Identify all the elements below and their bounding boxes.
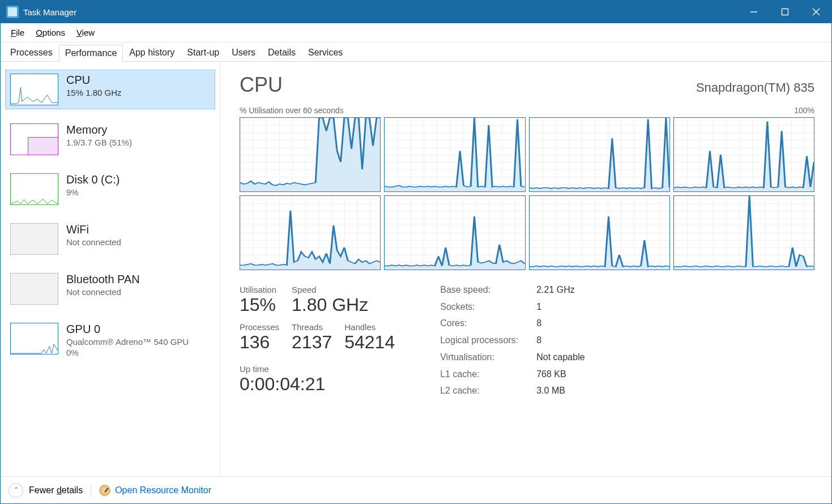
speed-label: Speed (292, 285, 395, 294)
sidebar-item-memory[interactable]: Memory 1.9/3.7 GB (51%) (5, 119, 215, 159)
window-title: Task Manager (23, 7, 76, 17)
sidebar-item-label: GPU 0 (66, 323, 189, 336)
sidebar-item-sub: Not connected (66, 237, 121, 247)
app-icon (6, 6, 19, 18)
menu-options[interactable]: Options (30, 25, 71, 40)
menu-file[interactable]: File (5, 25, 30, 40)
main-panel: CPU Snapdragon(TM) 835 % Utilisation ove… (220, 62, 831, 476)
core-chart-4[interactable] (240, 195, 381, 270)
gpu-thumbnail (10, 323, 58, 354)
sidebar-item-wifi[interactable]: WiFi Not connected (5, 219, 215, 259)
resource-monitor-icon (99, 485, 110, 496)
sidebar-item-label: Bluetooth PAN (66, 273, 140, 286)
footer: ˄ Fewer details Open Resource Monitor (1, 476, 831, 503)
spec-value: 8 (536, 335, 584, 349)
sidebar-item-sub: 9% (66, 187, 120, 197)
minimize-button[interactable] (738, 1, 769, 23)
menu-view[interactable]: View (71, 25, 100, 40)
threads-label: Threads (292, 322, 332, 332)
resource-monitor-label: Open Resource Monitor (115, 485, 211, 496)
separator (91, 484, 91, 497)
memory-thumbnail (10, 123, 58, 155)
handles-label: Handles (344, 322, 395, 332)
speed-value: 1.80 GHz (292, 294, 395, 315)
disk-thumbnail (10, 173, 58, 205)
sidebar-item-sub: 1.9/3.7 GB (51%) (66, 138, 132, 147)
uptime-value: 0:00:04:21 (240, 374, 395, 395)
bluetooth-thumbnail (10, 273, 58, 305)
processes-value: 136 (240, 332, 279, 353)
core-chart-5[interactable] (384, 195, 525, 270)
tab-app-history[interactable]: App history (123, 44, 181, 61)
sidebar-item-sub: Qualcomm® Adreno™ 540 GPU (66, 337, 189, 347)
spec-label: Base speed: (440, 285, 536, 298)
sidebar-item-label: Disk 0 (C:) (66, 173, 120, 186)
sidebar-item-sub: 15% 1.80 GHz (66, 88, 122, 97)
cpu-model: Snapdragon(TM) 835 (696, 80, 814, 95)
spec-value: Not capable (536, 352, 584, 366)
handles-value: 54214 (344, 332, 395, 353)
svg-rect-1 (782, 9, 788, 15)
chart-caption-left: % Utilisation over 60 seconds (240, 106, 344, 115)
wifi-thumbnail (10, 223, 58, 255)
cpu-thumbnail (10, 74, 58, 105)
spec-label: Logical processors: (440, 335, 536, 349)
spec-label: Virtualisation: (440, 352, 536, 366)
maximize-button[interactable] (769, 1, 800, 23)
sidebar-item-sub: Not connected (66, 287, 140, 297)
tab-start-up[interactable]: Start-up (181, 44, 225, 61)
title-bar: Task Manager (1, 1, 831, 23)
spec-label: L1 cache: (440, 369, 536, 383)
core-chart-7[interactable] (673, 195, 814, 270)
uptime-label: Up time (240, 364, 395, 374)
core-chart-0[interactable] (240, 117, 381, 192)
tab-processes[interactable]: Processes (4, 44, 59, 61)
threads-value: 2137 (292, 332, 332, 353)
core-chart-6[interactable] (529, 195, 670, 270)
spec-label: L2 cache: (440, 386, 536, 399)
spec-value: 1 (536, 302, 584, 315)
tab-services[interactable]: Services (302, 44, 349, 61)
chevron-up-icon: ˄ (8, 483, 23, 498)
tab-details[interactable]: Details (262, 44, 302, 61)
sidebar-item-gpu[interactable]: GPU 0 Qualcomm® Adreno™ 540 GPU 0% (5, 319, 215, 361)
fewer-details-toggle[interactable]: ˄ Fewer details (8, 483, 83, 498)
core-chart-2[interactable] (529, 117, 670, 192)
spec-label: Cores: (440, 318, 536, 332)
utilisation-label: Utilisation (240, 285, 279, 294)
sidebar-item-label: Memory (66, 123, 132, 136)
sidebar-item-bluetooth[interactable]: Bluetooth PAN Not connected (5, 269, 215, 309)
spec-value: 8 (536, 318, 584, 332)
core-chart-1[interactable] (384, 117, 525, 192)
sidebar: CPU 15% 1.80 GHz Memory 1.9/3.7 GB (51%)… (1, 62, 220, 476)
tab-performance[interactable]: Performance (59, 45, 123, 62)
core-chart-3[interactable] (673, 117, 814, 192)
sidebar-item-label: WiFi (66, 223, 121, 236)
sidebar-item-label: CPU (66, 74, 122, 87)
sidebar-item-cpu[interactable]: CPU 15% 1.80 GHz (5, 70, 215, 109)
core-charts-grid (240, 117, 814, 270)
sidebar-item-sub2: 0% (66, 348, 189, 357)
spec-value: 3.0 MB (536, 386, 584, 399)
close-button[interactable] (800, 1, 831, 23)
spec-value: 768 KB (536, 369, 584, 383)
sidebar-item-disk[interactable]: Disk 0 (C:) 9% (5, 169, 215, 209)
spec-table: Base speed:2.21 GHz Sockets:1 Cores:8 Lo… (440, 285, 584, 399)
menu-bar: File Options View (1, 23, 831, 42)
chart-caption-right: 100% (794, 106, 814, 115)
spec-label: Sockets: (440, 302, 536, 315)
tab-users[interactable]: Users (225, 44, 262, 61)
processes-label: Processes (240, 322, 279, 332)
spec-value: 2.21 GHz (536, 285, 584, 298)
page-title: CPU (240, 73, 283, 97)
tab-bar: Processes Performance App history Start-… (1, 42, 831, 62)
open-resource-monitor-link[interactable]: Open Resource Monitor (99, 485, 211, 496)
utilisation-value: 15% (240, 294, 279, 315)
